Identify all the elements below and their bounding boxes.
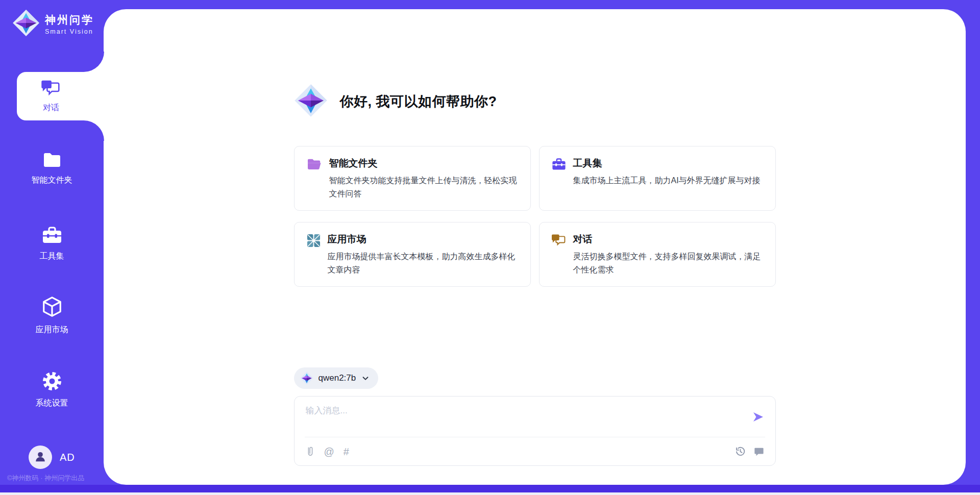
user-profile[interactable]: AD: [29, 445, 75, 469]
composer-toolbar: @ #: [306, 437, 764, 465]
brand-name: 神州问学: [45, 13, 94, 27]
sidebar-item-label: 工具集: [40, 251, 64, 262]
grid-wheel-icon: [307, 234, 321, 250]
card-smart-folder[interactable]: 智能文件夹 智能文件夹功能支持批量文件上传与清洗，轻松实现文件问答: [294, 146, 531, 211]
gear-icon: [42, 371, 62, 393]
message-composer: @ #: [294, 396, 776, 466]
brand-logo: 神州问学 Smart Vision: [12, 9, 94, 39]
main-content: 你好, 我可以如何帮助你? 智能文件夹 智能文件夹功能支持批量文件上传与清洗，轻…: [104, 9, 966, 485]
sidebar-item-label: 智能文件夹: [32, 175, 72, 186]
card-description: 应用市场提供丰富长文本模板，助力高效生成多样化文章内容: [328, 250, 518, 276]
message-input[interactable]: [306, 405, 745, 434]
card-title: 应用市场: [328, 233, 518, 246]
user-initials: AD: [60, 452, 75, 463]
card-title: 智能文件夹: [329, 157, 518, 170]
sidebar-item-app-market[interactable]: 应用市场: [0, 296, 104, 335]
card-title: 工具集: [573, 157, 761, 170]
folder-open-icon: [307, 158, 322, 173]
card-chat[interactable]: 对话 灵活切换多模型文件，支持多样回复效果调试，满足个性化需求: [539, 222, 776, 287]
sidebar-item-smart-folder[interactable]: 智能文件夹: [0, 151, 104, 186]
chat-bubbles-icon: [552, 234, 566, 249]
brand-subtitle: Smart Vision: [45, 28, 94, 35]
chevron-down-icon: [361, 374, 370, 382]
card-description: 集成市场上主流工具，助力AI与外界无缝扩展与对接: [573, 174, 761, 187]
sidebar-item-settings[interactable]: 系统设置: [0, 371, 104, 409]
bottom-strip: [0, 485, 980, 492]
card-description: 灵活切换多模型文件，支持多样回复效果调试，满足个性化需求: [573, 250, 763, 276]
diamond-logo-icon: [300, 372, 313, 385]
briefcase-icon: [42, 226, 62, 246]
sidebar-item-label: 对话: [43, 103, 59, 113]
model-name: qwen2:7b: [318, 373, 356, 383]
diamond-logo-icon: [12, 9, 40, 39]
cube-icon: [42, 296, 62, 320]
send-icon[interactable]: [752, 411, 764, 423]
feature-cards: 智能文件夹 智能文件夹功能支持批量文件上传与清洗，轻松实现文件问答 工具集: [294, 146, 776, 287]
greeting-title: 你好, 我可以如何帮助你?: [340, 92, 497, 111]
card-title: 对话: [573, 233, 763, 246]
folder-icon: [42, 151, 62, 170]
chat-bubbles-icon: [41, 80, 61, 99]
sidebar-item-toolset[interactable]: 工具集: [0, 226, 104, 262]
copyright-footer: ©神州数码 · 神州问学出品: [7, 474, 104, 483]
bottom-edge: [0, 492, 980, 495]
hashtag-icon[interactable]: #: [344, 447, 349, 457]
comment-icon[interactable]: [754, 447, 764, 457]
sidebar: 神州问学 Smart Vision 对话 智能文件夹: [0, 0, 104, 495]
sidebar-item-chat[interactable]: 对话: [17, 72, 104, 120]
history-icon[interactable]: [735, 446, 746, 457]
sidebar-item-label: 系统设置: [36, 398, 68, 409]
person-icon: [34, 450, 47, 465]
card-toolset[interactable]: 工具集 集成市场上主流工具，助力AI与外界无缝扩展与对接: [539, 146, 776, 211]
avatar: [29, 445, 52, 469]
mention-icon[interactable]: @: [324, 447, 334, 457]
briefcase-icon: [552, 158, 566, 173]
diamond-logo-icon: [294, 84, 328, 119]
sidebar-item-label: 应用市场: [36, 325, 68, 335]
model-selector[interactable]: qwen2:7b: [294, 367, 379, 389]
card-app-market[interactable]: 应用市场 应用市场提供丰富长文本模板，助力高效生成多样化文章内容: [294, 222, 531, 287]
greeting-block: 你好, 我可以如何帮助你?: [294, 84, 776, 119]
attachment-icon[interactable]: [306, 445, 315, 458]
card-description: 智能文件夹功能支持批量文件上传与清洗，轻松实现文件问答: [329, 174, 518, 200]
